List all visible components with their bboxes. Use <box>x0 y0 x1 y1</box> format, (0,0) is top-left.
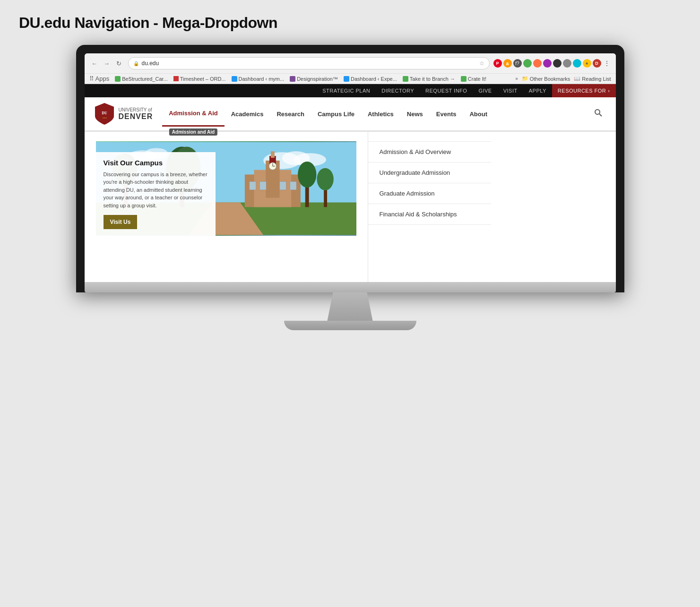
bestructured-label: BeStructured_Car... <box>122 76 168 82</box>
chevron-right-icon: › <box>608 88 610 94</box>
visit-card: Visit Our Campus Discovering our campus … <box>96 152 216 236</box>
pinterest-icon[interactable]: P <box>493 59 502 68</box>
apps-label: Apps <box>95 75 110 82</box>
website-content: STRATEGIC PLAN DIRECTORY REQUEST INFO GI… <box>85 84 616 282</box>
designspiration-label: Designspiration™ <box>297 76 338 82</box>
bookmark-apps[interactable]: ⠿ Apps <box>89 75 110 82</box>
ext-teal-icon[interactable] <box>573 59 581 68</box>
mega-nav-graduate[interactable]: Graduate Admission <box>368 183 491 204</box>
visit-us-button[interactable]: Visit Us <box>104 215 138 229</box>
browser-chrome: ← → ↻ 🔒 du.edu ☆ P a f? <box>85 53 616 84</box>
refresh-button[interactable]: ↻ <box>114 58 124 68</box>
mega-nav-financial-aid[interactable]: Financial Aid & Scholarships <box>368 204 491 225</box>
bookmark-crate[interactable]: Crate It! <box>461 76 486 82</box>
visit-card-heading: Visit Our Campus <box>104 159 208 167</box>
university-logo[interactable]: DU 1864 UNIVERSITY of DENVER <box>94 97 153 130</box>
ext-dark-icon[interactable] <box>553 59 562 68</box>
visit-card-body: Discovering our campus is a breeze, whet… <box>104 171 208 210</box>
folder-icon: 📁 <box>522 76 528 82</box>
page-title: DU.edu Navigation - Mega-Dropdown <box>19 14 277 32</box>
imac-chin <box>85 282 616 292</box>
profile-icon[interactable]: D <box>593 59 601 68</box>
search-button[interactable] <box>590 105 606 123</box>
ext-multicolor-icon[interactable] <box>543 59 552 68</box>
campus-image: Visit Our Campus Discovering our campus … <box>96 141 356 236</box>
crate-label: Crate It! <box>468 76 486 82</box>
nav-about[interactable]: About <box>463 102 494 126</box>
bookmark-dashboard2[interactable]: Dashboard ‹ Expe... <box>344 76 397 82</box>
designspiration-icon <box>290 76 295 82</box>
reading-list-icon: 📖 <box>574 76 580 82</box>
browser-toolbar: ← → ↻ 🔒 du.edu ☆ P a f? <box>85 53 616 73</box>
svg-rect-28 <box>290 181 296 190</box>
bookmark-branch[interactable]: Take it to Branch → <box>403 76 455 82</box>
nav-news[interactable]: News <box>400 102 430 126</box>
dashboard1-icon <box>232 76 237 82</box>
apps-dots-icon: ⠿ <box>89 75 94 82</box>
shield-logo-icon: DU 1864 <box>94 102 115 126</box>
bookmarks-overflow: » <box>515 76 518 81</box>
browser-icons-group: P a f? ★ D ⋮ <box>493 59 611 68</box>
dashboard2-icon <box>344 76 349 82</box>
nav-request-info[interactable]: REQUEST INFO <box>420 84 473 97</box>
nav-events[interactable]: Events <box>430 102 463 126</box>
amazon-icon[interactable]: a <box>503 59 512 68</box>
nav-campus-life[interactable]: Campus Life <box>311 102 361 126</box>
nav-visit[interactable]: VISIT <box>498 84 523 97</box>
bookmarks-bar: ⠿ Apps BeStructured_Car... Timesheet – O… <box>85 73 616 84</box>
bookmark-dashboard1[interactable]: Dashboard ‹ mym... <box>232 76 285 82</box>
svg-line-3 <box>599 114 602 116</box>
branch-label: Take it to Branch → <box>410 76 455 82</box>
url-text: du.edu <box>142 60 159 67</box>
imac-display: ← → ↻ 🔒 du.edu ☆ P a f? <box>76 45 624 330</box>
svg-rect-27 <box>279 181 286 190</box>
quiz-icon[interactable]: f? <box>513 59 522 68</box>
nav-research[interactable]: Research <box>270 102 311 126</box>
nav-athletics[interactable]: Athletics <box>361 102 400 126</box>
imac-screen-outer: ← → ↻ 🔒 du.edu ☆ P a f? <box>76 45 624 292</box>
menu-icon[interactable]: ⋮ <box>603 59 611 68</box>
svg-text:1864: 1864 <box>102 117 107 119</box>
crate-icon <box>461 76 467 82</box>
imac-screen-inner: ← → ↻ 🔒 du.edu ☆ P a f? <box>85 53 616 282</box>
svg-rect-25 <box>249 181 256 190</box>
bookmark-bestructured[interactable]: BeStructured_Car... <box>115 76 168 82</box>
ext-gray-icon[interactable] <box>563 59 571 68</box>
svg-rect-26 <box>259 181 266 190</box>
dashboard1-label: Dashboard ‹ mym... <box>239 76 285 82</box>
bestructured-icon <box>115 76 121 82</box>
nav-resources-for[interactable]: RESOURCES FOR › <box>552 84 616 97</box>
branch-icon <box>403 76 408 82</box>
nav-give[interactable]: GIVE <box>473 84 497 97</box>
nav-academics[interactable]: Academics <box>225 102 270 126</box>
ext-orange-icon[interactable] <box>533 59 542 68</box>
forward-button[interactable]: → <box>102 58 112 68</box>
reading-list[interactable]: 📖 Reading List <box>574 76 611 82</box>
star-icon[interactable]: ☆ <box>479 60 484 67</box>
mega-dropdown-right: Admission & Aid Overview Undergraduate A… <box>368 132 491 282</box>
nav-admission-aid[interactable]: Admission & Aid Admission and Aid <box>162 101 225 127</box>
timesheet-label: Timesheet – ORD... <box>180 76 226 82</box>
imac-stand-base <box>284 321 416 330</box>
nav-directory[interactable]: DIRECTORY <box>376 84 420 97</box>
browser-nav-buttons: ← → ↻ <box>89 58 124 68</box>
search-icon <box>594 109 603 117</box>
mega-nav-admission-overview[interactable]: Admission & Aid Overview <box>368 141 491 162</box>
bookmark-timesheet[interactable]: Timesheet – ORD... <box>173 76 226 82</box>
bookmark-designspiration[interactable]: Designspiration™ <box>290 76 338 82</box>
mega-nav-undergraduate[interactable]: Undergraduate Admission <box>368 162 491 183</box>
dashboard2-label: Dashboard ‹ Expe... <box>351 76 397 82</box>
ext-green-icon[interactable] <box>523 59 532 68</box>
svg-point-32 <box>317 168 333 190</box>
denver-word: DENVER <box>119 112 153 121</box>
svg-point-30 <box>298 162 316 188</box>
back-button[interactable]: ← <box>89 58 100 68</box>
nav-apply[interactable]: APPLY <box>523 84 552 97</box>
nav-strategic-plan[interactable]: STRATEGIC PLAN <box>317 84 376 97</box>
utility-nav: STRATEGIC PLAN DIRECTORY REQUEST INFO GI… <box>85 84 616 97</box>
ext-star-icon[interactable]: ★ <box>583 59 591 68</box>
address-bar[interactable]: 🔒 du.edu ☆ <box>128 57 490 69</box>
svg-rect-21 <box>270 151 274 158</box>
svg-point-2 <box>595 110 600 114</box>
other-bookmarks[interactable]: 📁 Other Bookmarks <box>522 76 570 82</box>
